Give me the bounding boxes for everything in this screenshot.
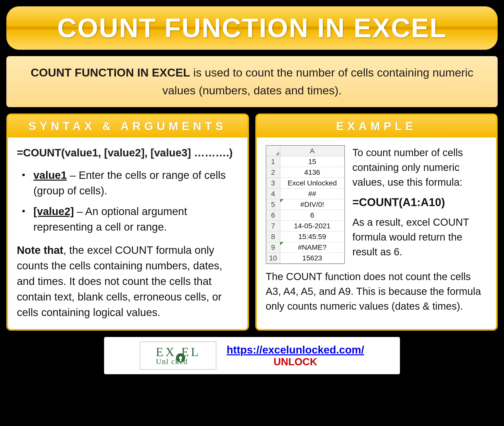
footer-url-link[interactable]: https://excelunlocked.com/ bbox=[226, 344, 364, 356]
title-bar: COUNT FUNCTION IN EXCEL bbox=[6, 6, 498, 50]
page-title: COUNT FUNCTION IN EXCEL bbox=[17, 13, 487, 43]
row-header: 1 bbox=[266, 156, 280, 167]
row-header: 6 bbox=[266, 210, 280, 221]
example-note: The COUNT function does not count the ce… bbox=[266, 269, 487, 314]
row-header: 7 bbox=[266, 221, 280, 231]
cell: ## bbox=[280, 189, 344, 199]
excel-unlocked-logo: EX EL Unl cked bbox=[140, 342, 216, 370]
cell: #DIV/0! bbox=[280, 199, 344, 210]
example-intro: To count number of cells containing only… bbox=[352, 145, 487, 190]
cell: #NAME? bbox=[280, 242, 344, 253]
arg-name: value1 bbox=[33, 169, 67, 181]
row-header: 5 bbox=[266, 199, 280, 210]
example-panel: EXAMPLE A 115 24136 3Excel Unlocked 4## … bbox=[255, 114, 498, 331]
syntax-panel: SYNTAX & ARGUMENTS =COUNT(value1, [value… bbox=[6, 114, 249, 331]
footer: EX EL Unl cked https://excelunlocked.com… bbox=[104, 337, 400, 374]
arg-name: [value2] bbox=[33, 205, 74, 217]
spreadsheet-sample: A 115 24136 3Excel Unlocked 4## 5#DIV/0!… bbox=[266, 145, 345, 264]
cell: 15:45:59 bbox=[280, 231, 344, 242]
description-text: is used to count the number of cells con… bbox=[162, 66, 473, 97]
syntax-formula: =COUNT(value1, [value2], [value3] ……….) bbox=[17, 145, 238, 161]
footer-unlock-text: UNLOCK bbox=[273, 356, 317, 368]
list-item: value1 – Enter the cells or range of cel… bbox=[22, 168, 238, 199]
note-label: Note that bbox=[17, 244, 63, 256]
row-header: 3 bbox=[266, 178, 280, 189]
row-header: 4 bbox=[266, 189, 280, 199]
row-header: 9 bbox=[266, 242, 280, 253]
syntax-note: Note that, the excel COUNT formula only … bbox=[17, 243, 238, 320]
description-bold: COUNT FUNCTION IN EXCEL bbox=[31, 66, 190, 79]
example-result: As a result, excel COUNT formula would r… bbox=[352, 215, 487, 259]
row-header: 2 bbox=[266, 167, 280, 178]
cell: 4136 bbox=[280, 167, 344, 178]
description-bar: COUNT FUNCTION IN EXCEL is used to count… bbox=[6, 56, 498, 107]
example-formula: =COUNT(A1:A10) bbox=[352, 194, 487, 210]
cell: 6 bbox=[280, 210, 344, 221]
list-item: [value2] – An optional argument represen… bbox=[22, 204, 238, 235]
cell: 14-05-2021 bbox=[280, 221, 344, 231]
sheet-corner bbox=[266, 146, 280, 156]
cell: 15623 bbox=[280, 253, 344, 264]
example-header: EXAMPLE bbox=[257, 115, 496, 137]
column-header: A bbox=[280, 146, 344, 156]
cell: 15 bbox=[280, 156, 344, 167]
argument-list: value1 – Enter the cells or range of cel… bbox=[17, 168, 238, 235]
syntax-header: SYNTAX & ARGUMENTS bbox=[8, 115, 247, 137]
row-header: 8 bbox=[266, 231, 280, 242]
example-text-block: To count number of cells containing only… bbox=[352, 145, 487, 259]
row-header: 10 bbox=[266, 253, 280, 264]
cell: Excel Unlocked bbox=[280, 178, 344, 189]
